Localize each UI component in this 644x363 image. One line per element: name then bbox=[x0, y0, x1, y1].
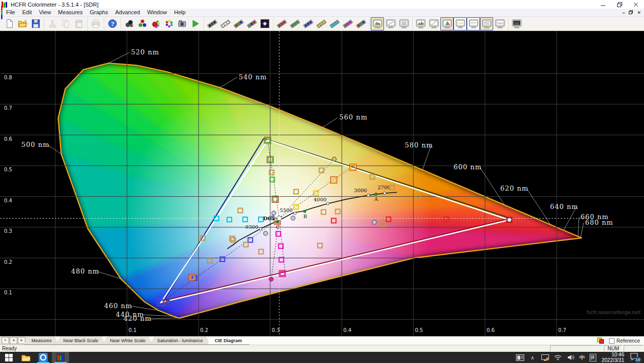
open-file-button[interactable] bbox=[16, 17, 29, 31]
taskbar-clock[interactable]: 10:46 2022/3/31 bbox=[601, 352, 626, 363]
copy-button[interactable] bbox=[59, 17, 72, 31]
strip-rgb-small-button[interactable] bbox=[354, 17, 367, 31]
help-button[interactable]: ? bbox=[106, 17, 119, 31]
toolbar-group bbox=[1, 17, 44, 31]
title-bar: HCFR Colorimeter - 3.5.1.4 - [SDR] bbox=[0, 0, 644, 9]
mdi-minimize-button[interactable]: – bbox=[622, 10, 625, 15]
svg-text:0.3: 0.3 bbox=[4, 228, 12, 234]
tab-near-black-scale[interactable]: Near Black Scale bbox=[56, 337, 106, 345]
print-button[interactable] bbox=[89, 17, 102, 31]
hcfr-application-window: HCFR Colorimeter - 3.5.1.4 - [SDR] FileE… bbox=[0, 0, 644, 363]
strip-rgb2-button[interactable] bbox=[245, 17, 258, 31]
tab-near-white-scale[interactable]: Near White Scale bbox=[103, 337, 153, 345]
clock-date: 2022/3/31 bbox=[602, 357, 625, 363]
svg-text:620 nm: 620 nm bbox=[500, 185, 529, 192]
svg-text:680 nm: 680 nm bbox=[585, 219, 614, 226]
display-notification-icon[interactable] bbox=[541, 353, 550, 361]
toolbar-group bbox=[203, 17, 273, 31]
menu-window[interactable]: Window bbox=[144, 9, 171, 15]
ime-pinyin-indicator[interactable]: 拼 bbox=[590, 354, 596, 361]
nova-button[interactable] bbox=[258, 17, 271, 31]
restore-button[interactable] bbox=[611, 1, 628, 9]
toolbar-group: ? bbox=[104, 17, 120, 31]
reference-checkbox-group: Reference bbox=[607, 337, 644, 345]
mon-magenta-lines-button[interactable] bbox=[493, 17, 506, 31]
toolbar-group bbox=[120, 17, 203, 31]
mon-multicolor-button[interactable] bbox=[480, 17, 493, 31]
menu-graphs[interactable]: Graphs bbox=[86, 9, 112, 15]
svg-text:B: B bbox=[303, 214, 307, 219]
paste-button[interactable] bbox=[72, 17, 85, 31]
svg-text:C: C bbox=[276, 224, 280, 230]
svg-text:5500: 5500 bbox=[280, 207, 293, 213]
close-button[interactable] bbox=[628, 1, 644, 9]
menu-advanced[interactable]: Advanced bbox=[112, 9, 144, 15]
mon-scurve-button[interactable] bbox=[427, 17, 440, 31]
strip-white-button[interactable] bbox=[218, 17, 232, 31]
strip-red-button[interactable] bbox=[275, 17, 288, 31]
taskbar-opera-browser[interactable] bbox=[35, 352, 52, 363]
svg-text:420 nm: 420 nm bbox=[123, 315, 152, 322]
cut-button[interactable] bbox=[46, 17, 59, 31]
tab-scroll-right[interactable]: ▸ bbox=[18, 337, 25, 344]
svg-text:0.6: 0.6 bbox=[487, 327, 495, 333]
mon-lines-button[interactable] bbox=[397, 17, 410, 31]
svg-text:560 nm: 560 nm bbox=[339, 113, 368, 121]
svg-text:0.1: 0.1 bbox=[4, 290, 12, 295]
mdi-restore-button[interactable] bbox=[629, 10, 633, 15]
cie-diagram-canvas[interactable]: 0.10.20.30.40.50.60.70.10.20.30.40.50.60… bbox=[0, 31, 644, 336]
mon-cie-button[interactable] bbox=[440, 17, 454, 31]
mon-rgb-levels-button[interactable] bbox=[414, 17, 427, 31]
tab-scroll-left[interactable]: ◂ bbox=[10, 337, 17, 344]
strip-yellow-button[interactable] bbox=[314, 17, 328, 31]
rgb-balls-button[interactable] bbox=[136, 17, 149, 31]
svg-text:640 nm: 640 nm bbox=[550, 203, 578, 210]
taskbar-hcfr-app[interactable] bbox=[52, 352, 69, 363]
play-button[interactable] bbox=[188, 17, 202, 31]
view-tab-strip: ×◂▸ MeasuresNear Black ScaleNear White S… bbox=[0, 336, 644, 345]
menu-help[interactable]: Help bbox=[171, 9, 189, 15]
tab-scroll-buttons: ×◂▸ bbox=[0, 337, 27, 345]
tab-close-button[interactable]: × bbox=[2, 337, 9, 344]
camera-button[interactable] bbox=[175, 17, 188, 31]
save-file-button[interactable] bbox=[29, 17, 42, 31]
ime-language-indicator[interactable]: 中 bbox=[579, 354, 585, 361]
mon-yellow-line-button[interactable] bbox=[454, 17, 467, 31]
strip-rgb-button[interactable] bbox=[232, 17, 245, 31]
strip-black-button[interactable] bbox=[205, 17, 218, 31]
wifi-icon[interactable] bbox=[554, 353, 562, 361]
tab-cie-diagram[interactable]: CIE Diagram bbox=[207, 337, 250, 345]
strip-blue-button[interactable] bbox=[301, 17, 314, 31]
menu-view[interactable]: View bbox=[36, 9, 55, 15]
reference-checkbox[interactable] bbox=[609, 338, 615, 344]
mon-curve-button[interactable] bbox=[384, 17, 397, 31]
tab-saturation-luminance[interactable]: Saturation - luminance bbox=[150, 337, 211, 345]
menu-edit[interactable]: Edit bbox=[19, 9, 36, 15]
wheel-red-button[interactable] bbox=[149, 17, 162, 31]
new-file-button[interactable] bbox=[3, 17, 16, 31]
svg-text:460 nm: 460 nm bbox=[104, 302, 133, 310]
probe-button[interactable] bbox=[122, 17, 136, 31]
mdi-close-button[interactable]: ✕ bbox=[637, 10, 641, 15]
taskbar-file-explorer[interactable] bbox=[17, 352, 35, 363]
action-center-icon[interactable]: 19 bbox=[630, 353, 640, 362]
mon-yellow-line2-button[interactable] bbox=[467, 17, 480, 31]
menu-file[interactable]: File bbox=[3, 9, 19, 15]
datagrid-icon bbox=[597, 338, 604, 343]
minimize-button[interactable] bbox=[595, 1, 611, 9]
wheel-multi-button[interactable] bbox=[162, 17, 175, 31]
strip-magenta-button[interactable] bbox=[341, 17, 354, 31]
tray-chevron-up-icon[interactable]: ∧ bbox=[529, 353, 537, 361]
status-num-indicator: NUM bbox=[604, 345, 623, 352]
svg-text:0.2: 0.2 bbox=[200, 327, 208, 333]
cie-diagram-panel: 0.10.20.30.40.50.60.70.10.20.30.40.50.60… bbox=[0, 31, 644, 336]
news-panel-icon[interactable] bbox=[516, 353, 524, 361]
strip-cyan-button[interactable] bbox=[328, 17, 341, 31]
start-button[interactable] bbox=[0, 352, 17, 363]
menu-measures[interactable]: Measures bbox=[54, 9, 86, 15]
mon-spectrum-button[interactable] bbox=[371, 17, 384, 31]
mon-dark-multi-button[interactable] bbox=[510, 17, 523, 31]
strip-green-button[interactable] bbox=[288, 17, 301, 31]
tab-measures[interactable]: Measures bbox=[24, 337, 59, 345]
volume-icon[interactable] bbox=[567, 353, 575, 361]
